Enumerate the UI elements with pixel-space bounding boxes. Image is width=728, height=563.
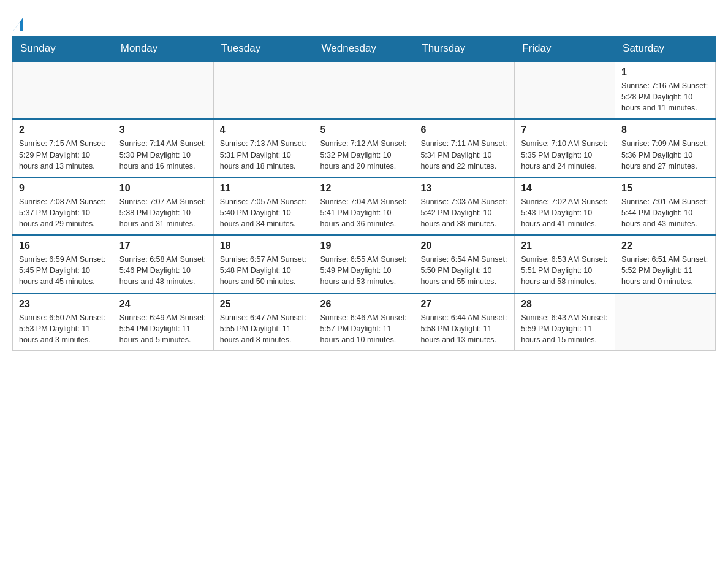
calendar-cell: 25Sunrise: 6:47 AM Sunset: 5:55 PM Dayli… [213, 293, 314, 351]
day-number: 3 [119, 124, 207, 136]
calendar-cell [314, 61, 414, 119]
day-info: Sunrise: 6:43 AM Sunset: 5:59 PM Dayligh… [521, 312, 609, 345]
day-info: Sunrise: 6:46 AM Sunset: 5:57 PM Dayligh… [320, 312, 408, 345]
calendar-cell [13, 61, 113, 119]
calendar-cell: 17Sunrise: 6:58 AM Sunset: 5:46 PM Dayli… [113, 235, 213, 293]
day-info: Sunrise: 7:12 AM Sunset: 5:32 PM Dayligh… [320, 138, 408, 171]
day-info: Sunrise: 6:59 AM Sunset: 5:45 PM Dayligh… [19, 254, 107, 287]
day-info: Sunrise: 7:11 AM Sunset: 5:34 PM Dayligh… [420, 138, 508, 171]
day-info: Sunrise: 7:05 AM Sunset: 5:40 PM Dayligh… [220, 196, 308, 229]
calendar-cell: 3Sunrise: 7:14 AM Sunset: 5:30 PM Daylig… [113, 119, 213, 177]
col-wednesday: Wednesday [314, 36, 414, 62]
day-number: 12 [320, 183, 408, 194]
calendar-cell: 16Sunrise: 6:59 AM Sunset: 5:45 PM Dayli… [13, 235, 113, 293]
day-number: 27 [420, 299, 508, 310]
calendar-cell [113, 61, 213, 119]
calendar-cell: 5Sunrise: 7:12 AM Sunset: 5:32 PM Daylig… [314, 119, 414, 177]
col-sunday: Sunday [13, 36, 113, 62]
logo [12, 17, 25, 29]
day-number: 10 [119, 183, 207, 194]
day-number: 26 [320, 299, 408, 310]
day-info: Sunrise: 6:44 AM Sunset: 5:58 PM Dayligh… [420, 312, 508, 345]
calendar-cell: 1Sunrise: 7:16 AM Sunset: 5:28 PM Daylig… [615, 61, 716, 119]
day-info: Sunrise: 7:02 AM Sunset: 5:43 PM Dayligh… [521, 196, 609, 229]
col-thursday: Thursday [414, 36, 515, 62]
calendar-cell: 28Sunrise: 6:43 AM Sunset: 5:59 PM Dayli… [515, 293, 615, 351]
calendar-header-row: Sunday Monday Tuesday Wednesday Thursday… [13, 36, 716, 62]
day-info: Sunrise: 6:50 AM Sunset: 5:53 PM Dayligh… [19, 312, 107, 345]
calendar-cell: 24Sunrise: 6:49 AM Sunset: 5:54 PM Dayli… [113, 293, 213, 351]
day-number: 28 [521, 299, 609, 310]
day-number: 1 [621, 67, 709, 78]
day-number: 17 [119, 240, 207, 251]
day-info: Sunrise: 7:03 AM Sunset: 5:42 PM Dayligh… [420, 196, 508, 229]
day-number: 24 [119, 299, 207, 310]
calendar-cell [615, 293, 716, 351]
day-info: Sunrise: 7:07 AM Sunset: 5:38 PM Dayligh… [119, 196, 207, 229]
calendar-cell: 9Sunrise: 7:08 AM Sunset: 5:37 PM Daylig… [13, 177, 113, 235]
col-saturday: Saturday [615, 36, 716, 62]
day-number: 14 [521, 183, 609, 194]
calendar-cell: 23Sunrise: 6:50 AM Sunset: 5:53 PM Dayli… [13, 293, 113, 351]
day-info: Sunrise: 7:04 AM Sunset: 5:41 PM Dayligh… [320, 196, 408, 229]
day-info: Sunrise: 7:16 AM Sunset: 5:28 PM Dayligh… [621, 80, 709, 113]
calendar-cell: 18Sunrise: 6:57 AM Sunset: 5:48 PM Dayli… [213, 235, 314, 293]
day-number: 20 [420, 240, 508, 251]
day-number: 15 [621, 183, 709, 194]
calendar-cell: 2Sunrise: 7:15 AM Sunset: 5:29 PM Daylig… [13, 119, 113, 177]
day-info: Sunrise: 6:58 AM Sunset: 5:46 PM Dayligh… [119, 254, 207, 287]
day-number: 18 [220, 240, 308, 251]
calendar-cell: 19Sunrise: 6:55 AM Sunset: 5:49 PM Dayli… [314, 235, 414, 293]
calendar-cell [515, 61, 615, 119]
day-info: Sunrise: 7:15 AM Sunset: 5:29 PM Dayligh… [19, 138, 107, 171]
day-number: 25 [220, 299, 308, 310]
col-friday: Friday [515, 36, 615, 62]
week-row-4: 16Sunrise: 6:59 AM Sunset: 5:45 PM Dayli… [13, 235, 716, 293]
day-number: 13 [420, 183, 508, 194]
calendar-cell: 15Sunrise: 7:01 AM Sunset: 5:44 PM Dayli… [615, 177, 716, 235]
day-number: 19 [320, 240, 408, 251]
day-number: 16 [19, 240, 107, 251]
day-info: Sunrise: 7:08 AM Sunset: 5:37 PM Dayligh… [19, 196, 107, 229]
day-info: Sunrise: 7:13 AM Sunset: 5:31 PM Dayligh… [220, 138, 308, 171]
day-number: 11 [220, 183, 308, 194]
day-number: 23 [19, 299, 107, 310]
calendar-cell: 6Sunrise: 7:11 AM Sunset: 5:34 PM Daylig… [414, 119, 515, 177]
page-header [12, 12, 716, 29]
calendar-cell: 7Sunrise: 7:10 AM Sunset: 5:35 PM Daylig… [515, 119, 615, 177]
calendar-cell: 11Sunrise: 7:05 AM Sunset: 5:40 PM Dayli… [213, 177, 314, 235]
calendar-cell: 22Sunrise: 6:51 AM Sunset: 5:52 PM Dayli… [615, 235, 716, 293]
day-info: Sunrise: 6:47 AM Sunset: 5:55 PM Dayligh… [220, 312, 308, 345]
day-number: 7 [521, 124, 609, 136]
logo-triangle-icon [13, 17, 25, 29]
calendar-cell: 4Sunrise: 7:13 AM Sunset: 5:31 PM Daylig… [213, 119, 314, 177]
week-row-3: 9Sunrise: 7:08 AM Sunset: 5:37 PM Daylig… [13, 177, 716, 235]
day-info: Sunrise: 7:09 AM Sunset: 5:36 PM Dayligh… [621, 138, 709, 171]
calendar-cell: 14Sunrise: 7:02 AM Sunset: 5:43 PM Dayli… [515, 177, 615, 235]
day-info: Sunrise: 6:49 AM Sunset: 5:54 PM Dayligh… [119, 312, 207, 345]
calendar-cell: 26Sunrise: 6:46 AM Sunset: 5:57 PM Dayli… [314, 293, 414, 351]
day-info: Sunrise: 7:14 AM Sunset: 5:30 PM Dayligh… [119, 138, 207, 171]
calendar-cell: 21Sunrise: 6:53 AM Sunset: 5:51 PM Dayli… [515, 235, 615, 293]
day-info: Sunrise: 6:55 AM Sunset: 5:49 PM Dayligh… [320, 254, 408, 287]
day-info: Sunrise: 7:01 AM Sunset: 5:44 PM Dayligh… [621, 196, 709, 229]
calendar-cell [414, 61, 515, 119]
day-number: 21 [521, 240, 609, 251]
calendar-cell: 10Sunrise: 7:07 AM Sunset: 5:38 PM Dayli… [113, 177, 213, 235]
week-row-5: 23Sunrise: 6:50 AM Sunset: 5:53 PM Dayli… [13, 293, 716, 351]
calendar-cell: 20Sunrise: 6:54 AM Sunset: 5:50 PM Dayli… [414, 235, 515, 293]
day-number: 8 [621, 124, 709, 136]
calendar-cell: 8Sunrise: 7:09 AM Sunset: 5:36 PM Daylig… [615, 119, 716, 177]
day-info: Sunrise: 6:57 AM Sunset: 5:48 PM Dayligh… [220, 254, 308, 287]
col-monday: Monday [113, 36, 213, 62]
day-info: Sunrise: 6:53 AM Sunset: 5:51 PM Dayligh… [521, 254, 609, 287]
calendar-cell: 13Sunrise: 7:03 AM Sunset: 5:42 PM Dayli… [414, 177, 515, 235]
day-number: 9 [19, 183, 107, 194]
calendar-cell: 12Sunrise: 7:04 AM Sunset: 5:41 PM Dayli… [314, 177, 414, 235]
day-info: Sunrise: 7:10 AM Sunset: 5:35 PM Dayligh… [521, 138, 609, 171]
day-number: 2 [19, 124, 107, 136]
day-number: 4 [220, 124, 308, 136]
day-info: Sunrise: 6:51 AM Sunset: 5:52 PM Dayligh… [621, 254, 709, 287]
day-number: 22 [621, 240, 709, 251]
calendar-cell: 27Sunrise: 6:44 AM Sunset: 5:58 PM Dayli… [414, 293, 515, 351]
